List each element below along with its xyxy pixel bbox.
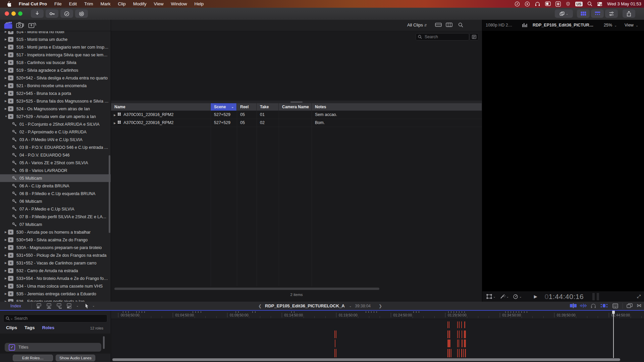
browser-search-input[interactable] — [424, 34, 467, 40]
voice-isolation-button[interactable] — [75, 9, 88, 18]
chevron-right-icon[interactable]: ▶ — [5, 38, 8, 41]
play-button[interactable]: ▶ — [534, 294, 537, 299]
chevron-down-icon[interactable]: ⌄ — [92, 304, 95, 307]
select-tool[interactable] — [85, 303, 89, 309]
viewer-view-dropdown[interactable]: View ⌄ — [625, 23, 638, 27]
column-header-scene[interactable]: Scene⌄ — [211, 103, 237, 111]
chevron-right-icon[interactable]: ▶ — [5, 53, 8, 56]
timeline-horizontal-scrollbar[interactable] — [112, 358, 620, 361]
solo-toggle[interactable] — [590, 303, 596, 308]
chevron-right-icon[interactable]: ▶ — [5, 246, 8, 249]
insert-clip-tool[interactable] — [46, 303, 52, 309]
sidebar-event-item[interactable]: ▶★531+550 - Pickup de Ze dos Frangos na … — [0, 251, 111, 259]
sidebar-event-item[interactable]: ▶★523+525 - Bruna fala dos Magnussons e … — [0, 97, 111, 105]
show-audio-lanes-button[interactable]: Show Audio Lanes — [56, 355, 95, 361]
sidebar-event-item[interactable]: ▶★530A - Magnussons preparam-se para tir… — [0, 244, 111, 251]
connect-clip-tool[interactable] — [36, 303, 42, 309]
index-tab-tags[interactable]: Tags — [24, 325, 35, 330]
bowtie-icon[interactable]: ⋈ — [637, 303, 641, 308]
browser-search-field[interactable] — [416, 33, 469, 41]
timeline-clip[interactable] — [459, 340, 459, 347]
timeline-clip[interactable] — [451, 349, 451, 357]
menu-trim[interactable]: Trim — [80, 0, 97, 8]
timeline-clip[interactable] — [459, 349, 460, 357]
chevron-right-icon[interactable]: ▶ — [5, 285, 8, 288]
timeline-canvas[interactable]: 00:59:50:0001:04:50:0001:09:50:0001:14:5… — [111, 311, 644, 362]
sidebar-event-item[interactable]: ▶★536 - Eduardo vem pedir ajuda a Ian — [0, 298, 111, 302]
sidebar-keyword-item[interactable]: 05 Multicam — [0, 174, 111, 182]
timeline-clip[interactable] — [334, 349, 335, 357]
overwrite-clip-tool[interactable] — [66, 303, 72, 309]
chevron-right-icon[interactable]: ▶ — [5, 46, 8, 49]
sidebar-event-item[interactable]: ▶★531+552 - Vacas de Carlinhos param car… — [0, 259, 111, 267]
sidebar-event-item[interactable]: ▶★530 - Arruda poe os homens a trabalhar — [0, 228, 111, 236]
sidebar-event-item[interactable]: ▶★515 - Monti toma um duche — [0, 36, 111, 43]
roles-scrollbar[interactable] — [103, 336, 105, 349]
browser-list-view-button[interactable] — [591, 9, 604, 18]
menu-window[interactable]: Window — [167, 0, 191, 8]
timeline-clip[interactable] — [464, 321, 465, 328]
play-status-icon[interactable] — [525, 0, 530, 8]
sidebar-keyword-item[interactable]: 06 A - C.Up direita BRUNA — [0, 182, 111, 190]
viewer-timecode[interactable]: 01:44:40:16 — [545, 293, 584, 301]
playhead-handle[interactable] — [612, 311, 615, 314]
share-button[interactable] — [623, 9, 635, 18]
timeline-clip[interactable] — [335, 340, 335, 347]
chevron-right-icon[interactable]: ▶ — [114, 114, 116, 117]
sidebar-keyword-item[interactable]: 02 - P.Aproximado e C.Up ARRUDA — [0, 128, 111, 136]
sidebar-event-item[interactable]: ▶★534 - Uma mao coloca uma cassete num V… — [0, 282, 111, 290]
sidebar-keyword-item[interactable]: 05 A - Varios ZE e 2Shot com SILVIA — [0, 159, 111, 167]
audio-meters-icon[interactable] — [522, 23, 527, 27]
chevron-right-icon[interactable]: ▶ — [5, 292, 8, 295]
timeline-clip[interactable] — [464, 340, 466, 347]
chevron-right-icon[interactable]: ▶ — [5, 76, 8, 79]
headphones-icon[interactable] — [535, 0, 540, 8]
edit-roles-button[interactable]: Edit Roles… — [13, 355, 53, 361]
menu-help[interactable]: Help — [191, 0, 208, 8]
chevron-right-icon[interactable]: ▶ — [5, 92, 8, 95]
clapperboard-icon[interactable] — [4, 22, 12, 29]
sidebar-event-item[interactable]: ▶★533+554 - No tiroteio Arruda e Ze do F… — [0, 275, 111, 282]
location-icon[interactable] — [515, 0, 520, 8]
clip-appearance-icon[interactable] — [435, 22, 442, 27]
keyboard-layout-badge[interactable]: US — [575, 2, 583, 6]
timeline-project-title[interactable]: RDP_EP105_Edit36_PICTURELOCK_A — [265, 303, 345, 308]
titles-checkbox[interactable]: ✓ — [9, 344, 15, 351]
timeline-clip[interactable] — [462, 340, 463, 347]
enhancements-wand-button[interactable]: ⌄ — [500, 294, 509, 299]
chevron-right-icon[interactable]: ▶ — [5, 31, 8, 33]
timeline-clip[interactable] — [449, 330, 450, 338]
sidebar-event-item[interactable]: ▶★518 - Carlinhos vai buscar Silvia — [0, 59, 111, 66]
zoom-window-button[interactable] — [18, 11, 22, 16]
filmstrip-view-icon[interactable] — [446, 22, 452, 27]
sidebar-event-item[interactable]: ▶★532 - Carro de Arruda na estrada — [0, 267, 111, 275]
background-tasks-button[interactable] — [60, 9, 73, 18]
timeline-clip[interactable] — [464, 330, 466, 338]
timeline-clip[interactable] — [336, 349, 336, 357]
timeline-clip[interactable] — [447, 349, 448, 357]
role-row-titles[interactable]: ✓ Titles — [5, 343, 101, 352]
timeline-clip[interactable] — [465, 349, 466, 357]
clip-filter-dropdown[interactable]: All Clips ⇵ — [407, 22, 427, 27]
column-header-name[interactable]: Name — [111, 103, 211, 111]
browser-grid-view-button[interactable] — [577, 9, 590, 18]
sidebar-keyword-item[interactable]: 03 B - P.O.V. EDUARDO 546 e C.Up entrada… — [0, 143, 111, 151]
sidebar-keyword-item[interactable]: 07 A - P.Medio e C.Up SILVIA — [0, 205, 111, 213]
timeline-ruler[interactable]: 00:59:50:0001:04:50:0001:09:50:0001:14:5… — [111, 311, 644, 319]
menu-clock[interactable]: Wed 3 May 01:53 — [607, 1, 641, 6]
transform-tool-button[interactable]: ⌄ — [486, 294, 496, 299]
import-media-button[interactable] — [31, 9, 44, 18]
inspector-button[interactable] — [605, 9, 618, 18]
timeline-clip[interactable] — [449, 349, 450, 357]
table-row[interactable]: ▶A370C001_220816_RPM2527+5290501Sem acca… — [111, 111, 482, 119]
chevron-right-icon[interactable]: ▶ — [5, 261, 8, 264]
duplicate-project-button[interactable]: ⌄ — [555, 9, 573, 18]
keywords-button[interactable] — [46, 9, 58, 18]
chevron-right-icon[interactable]: ▶ — [5, 84, 8, 87]
sidebar-event-item[interactable]: ▶★520+542 - Silvia desliga e Arruda entr… — [0, 74, 111, 82]
timeline-clip[interactable] — [457, 321, 458, 328]
timeline-clip[interactable] — [459, 321, 460, 328]
sidebar-event-item[interactable]: ▶★522+545 - Bruna toca a porta — [0, 89, 111, 97]
chevron-right-icon[interactable]: ▶ — [5, 231, 8, 234]
column-header-reel[interactable]: Reel — [237, 103, 257, 111]
